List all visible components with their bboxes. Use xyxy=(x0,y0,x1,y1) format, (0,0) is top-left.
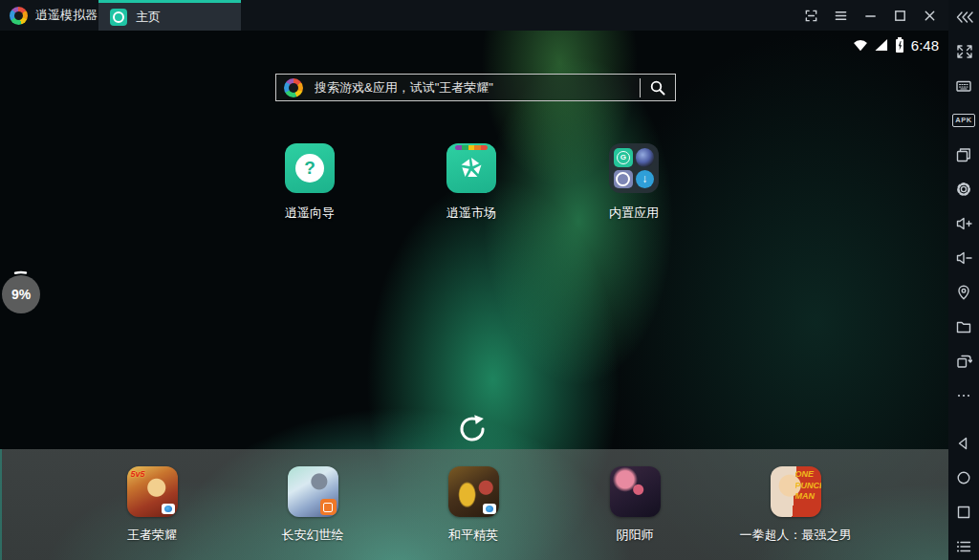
app-title: 逍遥模拟器 xyxy=(35,7,98,24)
app-label: 阴阳师 xyxy=(617,527,654,544)
memu-logo-icon xyxy=(284,78,303,97)
dock: 5v5 王者荣耀 长安幻世绘 和平精英 阴阳师 xyxy=(0,449,948,560)
camera-mini-icon xyxy=(614,170,633,189)
fullscreen-icon[interactable] xyxy=(948,34,979,69)
dock-app-hpjy[interactable]: 和平精英 xyxy=(416,466,531,544)
app-label: 逍遥市场 xyxy=(446,205,496,222)
nav-home-icon[interactable] xyxy=(948,461,979,495)
browser-globe-mini-icon xyxy=(636,148,655,167)
app-brand: 逍遥模拟器 xyxy=(10,7,98,25)
refresh-icon[interactable] xyxy=(456,413,489,445)
more-options-icon[interactable] xyxy=(948,378,979,413)
status-bar: 6:48 xyxy=(853,36,939,54)
dock-app-changan[interactable]: 长安幻世绘 xyxy=(255,466,370,544)
memu-logo-icon xyxy=(10,7,28,25)
multi-instance-icon[interactable] xyxy=(948,138,979,172)
maximize-button[interactable] xyxy=(892,8,907,23)
nav-back-icon[interactable] xyxy=(948,426,979,461)
tencent-games-logo xyxy=(162,504,175,514)
search-icon xyxy=(649,79,666,97)
right-toolbar: APK xyxy=(948,0,979,560)
volume-up-icon[interactable] xyxy=(948,206,979,241)
guide-app-icon[interactable]: ? xyxy=(285,143,335,193)
nav-menu-icon[interactable] xyxy=(948,529,979,560)
collapse-sidebar-icon[interactable] xyxy=(948,0,979,34)
android-screen: 6:48 ? 逍遥向导 xyxy=(0,31,948,560)
question-mark-icon: ? xyxy=(295,154,324,183)
close-button[interactable] xyxy=(922,8,937,23)
pinwheel-glyph-icon xyxy=(457,154,486,183)
builtin-apps-folder-icon[interactable]: G ↓ xyxy=(609,143,659,193)
market-app-icon[interactable] xyxy=(446,143,496,193)
main-menu-button[interactable] xyxy=(833,8,848,23)
nav-recent-icon[interactable] xyxy=(948,495,979,529)
app-memu-guide[interactable]: ? 逍遥向导 xyxy=(267,143,353,222)
search-input[interactable] xyxy=(313,79,640,96)
install-apk-icon[interactable]: APK xyxy=(948,103,979,138)
app-memu-market[interactable]: 逍遥市场 xyxy=(428,143,514,222)
hpjy-app-icon[interactable] xyxy=(448,466,499,517)
window-controls xyxy=(803,8,937,23)
changan-app-icon[interactable] xyxy=(288,466,338,517)
loading-progress-badge[interactable]: 9% xyxy=(2,275,40,313)
volume-down-icon[interactable] xyxy=(948,241,979,275)
rotate-screen-icon[interactable] xyxy=(948,344,979,378)
app-label: 内置应用 xyxy=(609,205,659,222)
clock-time: 6:48 xyxy=(911,37,939,54)
google-installer-mini-icon: G xyxy=(614,148,633,167)
download-mini-icon: ↓ xyxy=(636,170,655,189)
app-label: 一拳超人：最强之男 xyxy=(740,527,852,544)
location-icon[interactable] xyxy=(948,275,979,310)
tab-home[interactable]: 主页 xyxy=(98,0,241,31)
bag-handle-stripe xyxy=(455,145,488,150)
virtual-keyboard-icon[interactable] xyxy=(948,69,979,103)
app-label: 王者荣耀 xyxy=(127,527,177,544)
dock-app-opm[interactable]: ONE PUNCH MAN 一拳超人：最强之男 xyxy=(738,466,853,544)
emulator-window: 逍遥模拟器 主页 xyxy=(0,0,979,560)
app-builtin-folder[interactable]: G ↓ 内置应用 xyxy=(591,143,677,222)
wzry-app-icon[interactable]: 5v5 xyxy=(127,466,178,517)
opm-app-icon[interactable]: ONE PUNCH MAN xyxy=(771,466,821,517)
dock-app-yys[interactable]: 阴阳师 xyxy=(577,466,692,544)
netease-badge xyxy=(320,499,337,515)
icon-art-text: 5v5 xyxy=(131,469,145,479)
app-label: 和平精英 xyxy=(448,527,498,544)
yys-app-icon[interactable] xyxy=(610,466,661,517)
icon-art-text: ONE PUNCH MAN xyxy=(795,469,821,515)
title-bar: 逍遥模拟器 主页 xyxy=(0,0,948,31)
app-label: 逍遥向导 xyxy=(285,205,335,222)
search-bar[interactable] xyxy=(275,74,676,101)
fullscreen-toggle-button[interactable] xyxy=(803,8,818,23)
search-button[interactable] xyxy=(641,75,675,100)
cell-signal-icon xyxy=(874,38,888,52)
tencent-games-logo xyxy=(483,504,496,514)
home-tab-icon xyxy=(110,9,127,26)
dock-app-wzry[interactable]: 5v5 王者荣耀 xyxy=(95,466,209,544)
shared-folder-icon[interactable] xyxy=(948,310,979,344)
app-label: 长安幻世绘 xyxy=(282,527,344,544)
battery-charging-icon xyxy=(894,36,905,54)
settings-gear-icon[interactable] xyxy=(948,172,979,206)
minimize-button[interactable] xyxy=(862,8,878,23)
wifi-icon xyxy=(853,38,868,52)
